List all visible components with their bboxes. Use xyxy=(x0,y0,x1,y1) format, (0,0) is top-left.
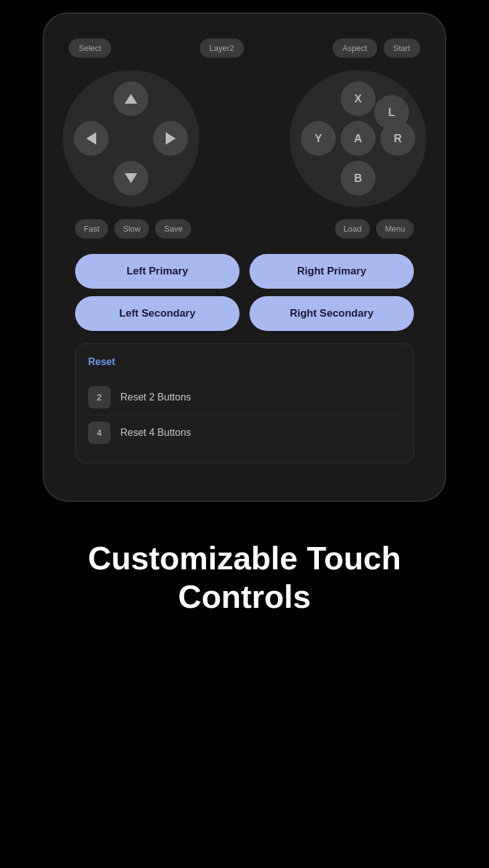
controllers-row: X L Y A R B xyxy=(63,64,426,213)
main-title: Customizable Touch Controls xyxy=(25,539,464,617)
right-secondary-button[interactable]: Right Secondary xyxy=(249,296,414,331)
aspect-button[interactable]: Aspect xyxy=(333,38,377,58)
reset-section: Reset 2 Reset 2 Buttons 4 Reset 4 Button… xyxy=(75,343,414,463)
right-arrow-icon xyxy=(166,132,176,145)
face-r-button[interactable]: R xyxy=(380,121,415,156)
small-left-buttons: Fast Slow Save xyxy=(75,219,191,238)
reset-4-label: Reset 4 Buttons xyxy=(120,427,191,438)
layer2-button[interactable]: Layer2 xyxy=(200,38,244,58)
game-area: Select Layer2 Aspect Start xyxy=(44,26,445,482)
top-buttons-row: Select Layer2 Aspect Start xyxy=(63,38,426,58)
bottom-text-section: Customizable Touch Controls xyxy=(0,502,489,654)
small-right-buttons: Load Menu xyxy=(335,219,414,238)
slow-button[interactable]: Slow xyxy=(114,219,149,238)
load-button[interactable]: Load xyxy=(335,219,370,238)
dpad-left-button[interactable] xyxy=(74,121,109,156)
reset-section-title: Reset xyxy=(88,356,401,368)
face-buttons-container: X L Y A R B xyxy=(290,70,426,207)
phone-frame: Select Layer2 Aspect Start xyxy=(43,12,446,502)
secondary-action-row: Left Secondary Right Secondary xyxy=(75,296,414,331)
left-secondary-button[interactable]: Left Secondary xyxy=(75,296,240,331)
face-y-button[interactable]: Y xyxy=(301,121,336,156)
select-button[interactable]: Select xyxy=(69,38,111,58)
save-button[interactable]: Save xyxy=(155,219,191,238)
face-b-button[interactable]: B xyxy=(341,161,375,196)
primary-action-row: Left Primary Right Primary xyxy=(75,254,414,289)
top-left-group: Select xyxy=(69,38,111,58)
dpad-up-button[interactable] xyxy=(114,81,148,116)
face-a-button[interactable]: A xyxy=(341,121,375,156)
right-primary-button[interactable]: Right Primary xyxy=(249,254,414,289)
dpad-down-button[interactable] xyxy=(114,161,148,196)
top-right-group: Aspect Start xyxy=(333,38,420,58)
left-arrow-icon xyxy=(86,132,96,145)
face-x-button[interactable]: X xyxy=(341,81,375,116)
start-button[interactable]: Start xyxy=(384,38,420,58)
reset-4-buttons-item[interactable]: 4 Reset 4 Buttons xyxy=(88,415,401,450)
up-arrow-icon xyxy=(125,94,137,104)
reset-2-buttons-item[interactable]: 2 Reset 2 Buttons xyxy=(88,380,401,415)
menu-button[interactable]: Menu xyxy=(376,219,414,238)
left-primary-button[interactable]: Left Primary xyxy=(75,254,240,289)
reset-4-icon: 4 xyxy=(88,422,110,444)
reset-2-label: Reset 2 Buttons xyxy=(120,392,191,403)
small-buttons-row: Fast Slow Save Load Menu xyxy=(63,213,426,242)
dpad-right-button[interactable] xyxy=(153,121,188,156)
dpad-container xyxy=(63,70,199,207)
action-buttons-section: Left Primary Right Primary Left Secondar… xyxy=(63,242,426,337)
down-arrow-icon xyxy=(125,173,137,183)
reset-2-icon: 2 xyxy=(88,386,110,409)
fast-button[interactable]: Fast xyxy=(75,219,108,238)
